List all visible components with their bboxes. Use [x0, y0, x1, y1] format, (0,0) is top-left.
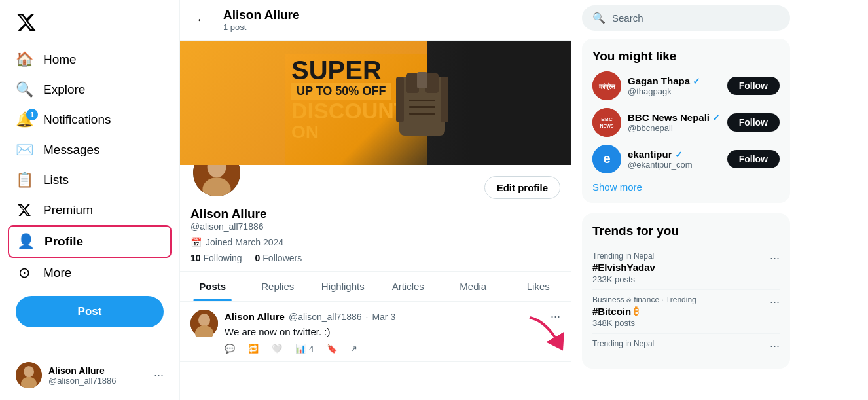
tab-highlights[interactable]: Highlights	[310, 272, 376, 301]
tab-replies[interactable]: Replies	[245, 272, 311, 301]
retweet-action[interactable]: 🔁	[248, 344, 259, 354]
search-bar: 🔍	[582, 0, 790, 39]
post-button[interactable]: Post	[16, 296, 164, 327]
main-content: ← Alison Allure 1 post SUPER UP TO 50% O…	[180, 0, 571, 400]
profile-header-posts: 1 post	[223, 22, 299, 32]
search-input[interactable]	[612, 12, 780, 24]
reply-action[interactable]: 💬	[225, 344, 235, 354]
mail-icon: ✉️	[16, 141, 33, 158]
account-options-dots: ···	[154, 369, 164, 382]
like-action[interactable]: 🤍	[272, 344, 282, 354]
sidebar-item-home[interactable]: 🏠 Home	[8, 45, 172, 75]
tweet-author-name: Alison Allure	[225, 311, 285, 322]
suggestion-name: BBC News Nepali ✓	[628, 112, 721, 123]
svg-point-1	[24, 366, 34, 377]
suggestion-handle: @thagpagk	[628, 86, 721, 96]
tab-articles[interactable]: Articles	[376, 272, 441, 301]
tweet-item: Alison Allure @alison_all71886 · Mar 3 ·…	[180, 302, 571, 362]
trend-item: Trending in Nepal ···	[592, 334, 780, 358]
svg-rect-10	[409, 106, 435, 108]
svg-text:NEWS: NEWS	[600, 124, 614, 128]
right-sidebar: 🔍 You might like कांग्रेस Gagan Thapa ✓ …	[571, 0, 801, 400]
profile-joined: 📅 Joined March 2024	[190, 237, 560, 247]
sidebar-item-label: Explore	[43, 82, 85, 97]
suggestion-handle: @ekantipur_com	[628, 160, 721, 170]
sidebar-item-messages[interactable]: ✉️ Messages	[8, 135, 172, 165]
follow-button[interactable]: Follow	[727, 77, 780, 95]
suggestion-info: ekantipur ✓ @ekantipur_com	[628, 149, 721, 170]
trend-more-button[interactable]: ···	[770, 295, 780, 309]
svg-text:e: e	[603, 151, 610, 166]
person-icon: 👤	[17, 233, 34, 250]
sidebar-item-profile[interactable]: 👤 Profile	[8, 225, 172, 258]
follow-button[interactable]: Follow	[727, 150, 780, 168]
tweet-text: We are now on twitter. :)	[225, 326, 560, 337]
views-action[interactable]: 📊 4	[295, 344, 314, 354]
svg-rect-9	[409, 100, 435, 101]
sidebar-item-explore[interactable]: 🔍 Explore	[8, 75, 172, 105]
share-action[interactable]: ↗	[350, 344, 357, 354]
back-button[interactable]: ←	[190, 9, 213, 31]
verified-icon: ✓	[693, 76, 700, 86]
tab-media[interactable]: Media	[441, 272, 506, 301]
svg-point-26	[592, 108, 621, 137]
lists-icon: 📋	[16, 172, 33, 189]
you-might-like-title: You might like	[592, 49, 780, 64]
user-account[interactable]: Alison Allure @alison_all71886 ···	[8, 355, 172, 395]
profile-handle: @alison_all71886	[190, 221, 560, 232]
tab-likes[interactable]: Likes	[506, 272, 571, 301]
user-info: Alison Allure @alison_all71886	[48, 365, 147, 386]
suggestion-avatar: BBC NEWS	[592, 108, 621, 137]
svg-text:कांग्रेस: कांग्रेस	[598, 82, 616, 91]
tab-posts[interactable]: Posts	[180, 272, 245, 301]
profile-header-name: Alison Allure	[223, 8, 299, 22]
profile-header-info: Alison Allure 1 post	[223, 8, 299, 32]
profile-header-bar: ← Alison Allure 1 post	[180, 0, 571, 41]
trend-category: Trending in Nepal	[592, 251, 655, 261]
tweet-actions: 💬 🔁 🤍 📊 4 🔖 ↗	[225, 344, 560, 354]
svg-rect-11	[409, 113, 435, 115]
sidebar-item-premium[interactable]: Premium	[8, 195, 172, 225]
sidebar-item-lists[interactable]: 📋 Lists	[8, 165, 172, 195]
bookmark-action[interactable]: 🔖	[327, 344, 337, 354]
trend-more-button[interactable]: ···	[770, 339, 780, 353]
notification-badge: 1	[26, 109, 38, 120]
trend-item: Business & finance · Trending #Bitcoin ₿…	[592, 290, 780, 334]
follow-button[interactable]: Follow	[727, 113, 780, 132]
svg-rect-8	[441, 77, 448, 122]
trend-name: #Bitcoin ₿	[592, 306, 696, 317]
trend-more-button[interactable]: ···	[770, 251, 780, 265]
more-icon: ⊙	[16, 264, 33, 282]
sidebar-item-more[interactable]: ⊙ More	[8, 258, 172, 288]
verified-icon: ✓	[712, 113, 720, 123]
left-sidebar: 🏠 Home 🔍 Explore 🔔 1 Notifications ✉️ Me…	[0, 0, 180, 400]
sidebar-item-notifications[interactable]: 🔔 1 Notifications	[8, 105, 172, 135]
tweet-header: Alison Allure @alison_all71886 · Mar 3 ·…	[225, 310, 560, 323]
suggestion-item: BBC NEWS BBC News Nepali ✓ @bbcnepali Fo…	[592, 108, 780, 137]
banner-up-to: UP TO 50% OFF	[291, 83, 391, 100]
suggestion-info: Gagan Thapa ✓ @thagpagk	[628, 75, 721, 96]
trends-title: Trends for you	[592, 224, 780, 238]
user-handle: @alison_all71886	[48, 376, 147, 386]
tweet-separator: ·	[365, 312, 368, 322]
logo[interactable]	[8, 5, 172, 42]
suggestion-item: कांग्रेस Gagan Thapa ✓ @thagpagk Follow	[592, 71, 780, 100]
profile-banner: SUPER UP TO 50% OFF DISCOUNTS ON	[180, 41, 571, 165]
verified-icon: ✓	[675, 149, 683, 160]
tweet-author-handle: @alison_all71886	[289, 312, 362, 322]
suggestion-name: Gagan Thapa ✓	[628, 75, 721, 86]
edit-profile-button[interactable]: Edit profile	[484, 176, 560, 199]
search-wrapper[interactable]: 🔍	[582, 5, 790, 31]
sidebar-item-label: Lists	[43, 173, 69, 187]
following-count[interactable]: 10 Following	[190, 253, 242, 263]
followers-count[interactable]: 0 Followers	[255, 253, 302, 263]
suggestion-handle: @bbcnepali	[628, 123, 721, 133]
profile-name: Alison Allure	[190, 207, 560, 221]
home-icon: 🏠	[16, 51, 33, 68]
tweet-body: Alison Allure @alison_all71886 · Mar 3 ·…	[225, 310, 560, 354]
svg-point-21	[198, 314, 210, 327]
sidebar-item-label: Notifications	[43, 113, 111, 127]
suggestion-name: ekantipur ✓	[628, 149, 721, 160]
show-more-button[interactable]: Show more	[592, 181, 780, 192]
trend-item: Trending in Nepal #ElvishYadav 233K post…	[592, 246, 780, 290]
